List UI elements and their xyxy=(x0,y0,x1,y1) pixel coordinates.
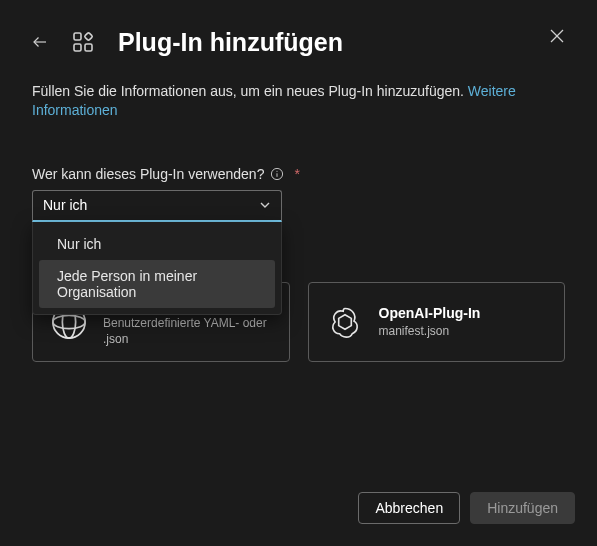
info-icon[interactable] xyxy=(270,167,284,181)
close-icon xyxy=(550,29,564,43)
who-can-use-field: Wer kann dieses Plug-In verwenden? * Nur… xyxy=(0,126,597,222)
dialog-description: Füllen Sie die Informationen aus, um ein… xyxy=(0,76,597,126)
chevron-down-icon xyxy=(259,199,271,211)
add-button[interactable]: Hinzufügen xyxy=(470,492,575,524)
description-text: Füllen Sie die Informationen aus, um ein… xyxy=(32,83,468,99)
close-button[interactable] xyxy=(545,24,569,48)
card-text: OpenAI-Plug-In manifest.json xyxy=(379,305,481,339)
svg-point-11 xyxy=(53,315,85,328)
svg-point-9 xyxy=(277,170,278,171)
field-label-row: Wer kann dieses Plug-In verwenden? * xyxy=(32,166,565,182)
card-subtitle: Benutzerdefinierte YAML- oder .json xyxy=(103,315,273,347)
card-title: OpenAI-Plug-In xyxy=(379,305,481,322)
dialog-title: Plug-In hinzufügen xyxy=(118,28,343,57)
dialog-header: Plug-In hinzufügen xyxy=(0,0,597,76)
svg-rect-1 xyxy=(74,33,81,40)
grid-plus-icon xyxy=(71,30,95,54)
svg-rect-2 xyxy=(74,44,81,51)
openai-icon xyxy=(325,302,365,342)
dropdown-menu: Nur ich Jede Person in meiner Organisati… xyxy=(32,222,282,315)
dropdown-option-only-me[interactable]: Nur ich xyxy=(39,228,275,260)
card-subtitle: manifest.json xyxy=(379,323,481,339)
back-button[interactable] xyxy=(24,26,56,58)
svg-marker-13 xyxy=(338,315,351,329)
dropdown-trigger[interactable]: Nur ich xyxy=(32,190,282,222)
svg-rect-3 xyxy=(85,44,92,51)
card-openai[interactable]: OpenAI-Plug-In manifest.json xyxy=(308,282,566,362)
field-label: Wer kann dieses Plug-In verwenden? xyxy=(32,166,264,182)
cancel-button[interactable]: Abbrechen xyxy=(358,492,460,524)
dialog-footer: Abbrechen Hinzufügen xyxy=(358,492,575,524)
svg-rect-4 xyxy=(84,32,92,40)
arrow-left-icon xyxy=(31,33,49,51)
required-indicator: * xyxy=(294,166,299,182)
dropdown-selected-value: Nur ich xyxy=(43,197,87,213)
plugin-app-icon xyxy=(70,29,96,55)
dropdown-option-everyone-org[interactable]: Jede Person in meiner Organisation xyxy=(39,260,275,308)
who-can-use-dropdown[interactable]: Nur ich Nur ich Jede Person in meiner Or… xyxy=(32,190,282,222)
